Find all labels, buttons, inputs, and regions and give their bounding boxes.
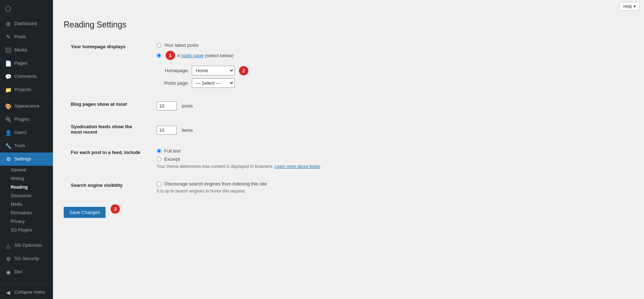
- settings-content: Reading Settings Your homepage displays …: [53, 13, 644, 299]
- blog-pages-row: Blog pages show at most posts: [64, 94, 633, 116]
- feed-description: Your theme determines how content is dis…: [157, 164, 626, 169]
- submenu-item-discussion[interactable]: Discussion: [0, 191, 53, 200]
- sidebar-item-label: Plugins: [14, 116, 30, 123]
- sidebar-item-pages[interactable]: 📄 Pages: [0, 57, 53, 70]
- syndication-field: items: [150, 117, 633, 142]
- sidebar-item-tools[interactable]: 🔧 Tools: [0, 139, 53, 153]
- search-engine-row: Search engine visibility Discourage sear…: [64, 175, 633, 200]
- sidebar-item-divi[interactable]: ◉ Divi: [0, 265, 53, 279]
- sidebar: ⬡ ⊞ Dashboard ✎ Posts ⬛ Media 📄 Pages 💬 …: [0, 0, 53, 299]
- feed-link[interactable]: Learn more about feeds: [274, 164, 320, 169]
- blog-pages-label: Blog pages show at most: [64, 94, 150, 116]
- submenu-item-sg-plugins[interactable]: SG Plugins: [0, 226, 53, 234]
- main-content: Help ▾ Reading Settings Your homepage di…: [53, 0, 644, 299]
- homepage-select-row: Homepage: Home About Contact 2: [157, 66, 626, 75]
- wp-logo: ⬡: [0, 0, 53, 17]
- homepage-select[interactable]: Home About Contact: [192, 66, 235, 75]
- sidebar-item-label: Posts: [14, 34, 26, 40]
- sg-optimizer-icon: △: [5, 242, 11, 249]
- homepage-displays-label: Your homepage displays: [64, 37, 150, 94]
- sidebar-item-label: Pages: [14, 60, 28, 66]
- posts-page-select-row: Posts page: — Select — Blog News: [157, 78, 626, 88]
- sidebar-item-sg-security[interactable]: ⚙ SG Security: [0, 252, 53, 265]
- radio-static-page-label: A static page (select below): [177, 53, 234, 58]
- posts-icon: ✎: [5, 33, 11, 41]
- submenu-item-media[interactable]: Media: [0, 200, 53, 209]
- projects-icon: 📁: [5, 86, 11, 94]
- media-icon: ⬛: [5, 46, 11, 54]
- sidebar-item-label: SG Optimizer: [14, 242, 42, 249]
- badge-2: 2: [239, 66, 248, 75]
- blog-pages-suffix: posts: [182, 103, 193, 109]
- blog-pages-field: posts: [150, 94, 633, 116]
- dashboard-icon: ⊞: [5, 20, 11, 28]
- appearance-icon: 🎨: [5, 103, 11, 110]
- sidebar-item-plugins[interactable]: 🔌 Plugins: [0, 113, 53, 126]
- syndication-suffix: items: [182, 128, 193, 133]
- blog-pages-input[interactable]: [157, 101, 177, 110]
- syndication-label: Syndication feeds show the most recent: [64, 117, 150, 142]
- sidebar-item-dashboard[interactable]: ⊞ Dashboard: [0, 17, 53, 30]
- homepage-displays-field: Your latest posts 1 A static page (selec…: [150, 37, 633, 94]
- submenu-item-general[interactable]: General: [0, 166, 53, 174]
- sidebar-item-comments[interactable]: 💬 Comments: [0, 70, 53, 83]
- search-engine-field: Discourage search engines from indexing …: [150, 175, 633, 199]
- save-changes-button[interactable]: Save Changes: [64, 207, 106, 218]
- sidebar-item-appearance[interactable]: 🎨 Appearance: [0, 100, 53, 113]
- topbar: Help ▾: [53, 0, 644, 13]
- sidebar-item-label: Users: [14, 129, 26, 136]
- syndication-input[interactable]: [157, 126, 177, 135]
- posts-page-label: Posts page:: [157, 80, 189, 86]
- sidebar-item-label: Dashboard: [14, 20, 37, 27]
- radio-full-text-item[interactable]: Full text: [157, 148, 626, 154]
- collapse-menu-button[interactable]: ◀ Collapse menu: [0, 286, 53, 299]
- posts-page-select[interactable]: — Select — Blog News: [192, 78, 235, 88]
- sidebar-item-media[interactable]: ⬛ Media: [0, 44, 53, 57]
- badge-3: 3: [111, 204, 120, 214]
- radio-excerpt[interactable]: [157, 157, 161, 161]
- submenu-item-permalinks[interactable]: Permalinks: [0, 209, 53, 217]
- comments-icon: 💬: [5, 73, 11, 80]
- help-label: Help: [623, 4, 632, 9]
- pages-icon: 📄: [5, 60, 11, 67]
- radio-static-page-item[interactable]: 1 A static page (select below): [157, 51, 626, 60]
- collapse-icon: ◀: [5, 289, 11, 296]
- sidebar-item-settings[interactable]: ⚙ Settings: [0, 153, 53, 166]
- syndication-row: Syndication feeds show the most recent i…: [64, 116, 633, 142]
- radio-latest-posts-item[interactable]: Your latest posts: [157, 43, 626, 48]
- sidebar-item-label: Projects: [14, 86, 31, 93]
- users-icon: 👤: [5, 129, 11, 136]
- sg-security-icon: ⚙: [5, 255, 11, 263]
- sidebar-item-sg-optimizer[interactable]: △ SG Optimizer: [0, 239, 53, 252]
- search-engine-label: Search engine visibility: [64, 175, 150, 199]
- collapse-label: Collapse menu: [14, 289, 45, 295]
- help-button[interactable]: Help ▾: [619, 2, 640, 11]
- sidebar-item-label: SG Security: [14, 255, 39, 262]
- sidebar-item-posts[interactable]: ✎ Posts: [0, 30, 53, 44]
- radio-excerpt-item[interactable]: Excerpt: [157, 156, 626, 162]
- submenu-item-writing[interactable]: Writing: [0, 174, 53, 183]
- sidebar-item-users[interactable]: 👤 Users: [0, 126, 53, 139]
- feed-field: Full text Excerpt Your theme determines …: [150, 143, 633, 175]
- submenu-item-privacy[interactable]: Privacy: [0, 217, 53, 226]
- homepage-label: Homepage:: [157, 68, 189, 73]
- search-engine-checkbox-row: Discourage search engines from indexing …: [157, 181, 626, 186]
- settings-icon: ⚙: [5, 155, 11, 163]
- search-engine-description: It is up to search engines to honor this…: [157, 189, 626, 194]
- sidebar-item-label: Media: [14, 47, 27, 53]
- radio-latest-posts[interactable]: [157, 43, 161, 48]
- radio-full-text[interactable]: [157, 149, 161, 153]
- save-row: Save Changes 3: [64, 200, 633, 218]
- search-engine-checkbox[interactable]: [157, 182, 161, 186]
- settings-submenu: General Writing Reading Discussion Media…: [0, 166, 53, 234]
- sidebar-item-label: Divi: [14, 269, 22, 275]
- plugins-icon: 🔌: [5, 116, 11, 123]
- radio-static-page[interactable]: [157, 53, 161, 58]
- sidebar-item-projects[interactable]: 📁 Projects: [0, 83, 53, 96]
- static-page-link[interactable]: static page: [181, 53, 204, 58]
- submenu-item-reading[interactable]: Reading: [0, 183, 53, 191]
- feed-row: For each post in a feed, include Full te…: [64, 142, 633, 175]
- homepage-radio-group: Your latest posts 1 A static page (selec…: [157, 43, 626, 60]
- sidebar-item-label: Comments: [14, 73, 37, 80]
- tools-icon: 🔧: [5, 142, 11, 150]
